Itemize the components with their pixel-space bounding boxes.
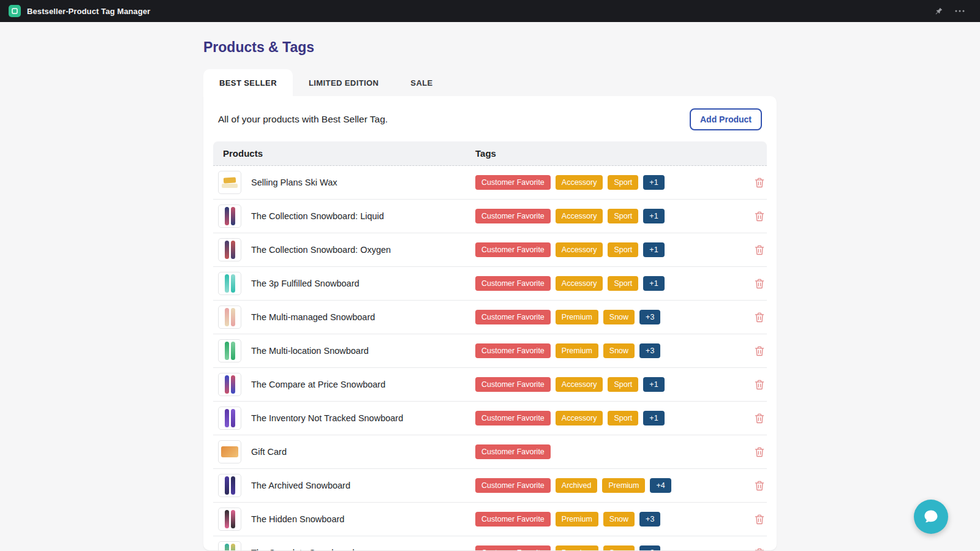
product-thumbnail	[218, 305, 241, 329]
tag-pill: Customer Favorite	[475, 310, 551, 324]
table-row: Gift CardCustomer Favorite	[213, 435, 767, 469]
delete-product-button[interactable]	[753, 479, 766, 492]
trash-icon	[753, 378, 766, 391]
main-content: Products & Tags BEST SELLERLIMITED EDITI…	[203, 22, 777, 550]
column-header-products: Products	[213, 148, 475, 159]
tag-pill: Accessory	[556, 276, 603, 291]
topbar-actions	[933, 6, 967, 17]
product-name: The Multi-managed Snowboard	[251, 312, 375, 322]
tag-pill: Customer Favorite	[475, 444, 551, 459]
tag-pill: Snow	[603, 512, 635, 527]
tag-pill: Sport	[608, 411, 638, 425]
tag-pill: Snow	[603, 343, 635, 358]
product-cell: The Inventory Not Tracked Snowboard	[213, 407, 475, 430]
tag-overflow-badge[interactable]: +3	[639, 512, 660, 527]
tag-pill: Accessory	[556, 411, 603, 425]
product-cell: The Multi-managed Snowboard	[213, 305, 475, 329]
tags-cell: Customer FavoritePremiumSnow+3	[475, 310, 740, 324]
tag-overflow-badge[interactable]: +1	[643, 276, 664, 291]
table-header: Products Tags	[213, 141, 767, 166]
delete-product-button[interactable]	[753, 446, 766, 458]
table-row: Selling Plans Ski WaxCustomer FavoriteAc…	[213, 166, 767, 200]
tag-pill: Sport	[608, 209, 638, 223]
tag-pill: Accessory	[556, 242, 603, 257]
product-cell: The Collection Snowboard: Oxygen	[213, 238, 475, 261]
product-thumbnail	[218, 339, 241, 362]
delete-product-button[interactable]	[753, 412, 766, 424]
trash-icon	[753, 547, 766, 550]
overflow-menu-icon[interactable]	[953, 8, 967, 14]
tab-description: All of your products with Best Seller Ta…	[218, 114, 388, 125]
tab-sale[interactable]: SALE	[394, 69, 448, 96]
topbar: Bestseller-Product Tag Manager	[0, 0, 980, 22]
tags-cell: Customer FavoriteArchivedPremium+4	[475, 478, 740, 493]
tag-overflow-badge[interactable]: +1	[643, 209, 664, 223]
tag-overflow-badge[interactable]: +3	[639, 310, 660, 324]
table-row: The Multi-location SnowboardCustomer Fav…	[213, 334, 767, 368]
tag-overflow-badge[interactable]: +4	[650, 478, 671, 493]
chat-widget-button[interactable]	[914, 500, 948, 534]
delete-product-button[interactable]	[753, 176, 766, 189]
product-name: The Compare at Price Snowboard	[251, 380, 385, 389]
tag-pill: Snow	[603, 545, 635, 550]
tag-overflow-badge[interactable]: +3	[639, 545, 660, 550]
delete-product-button[interactable]	[753, 311, 766, 323]
pin-icon[interactable]	[933, 6, 944, 17]
tag-pill: Customer Favorite	[475, 545, 551, 550]
product-name: The Complete Snowboard	[251, 548, 354, 550]
tab-best-seller[interactable]: BEST SELLER	[203, 69, 293, 96]
product-name: The 3p Fulfilled Snowboard	[251, 279, 360, 288]
tag-pill: Customer Favorite	[475, 209, 551, 223]
products-table: Products Tags Selling Plans Ski WaxCusto…	[213, 141, 767, 550]
tag-overflow-badge[interactable]: +3	[639, 343, 660, 358]
products-card: All of your products with Best Seller Ta…	[203, 96, 777, 550]
tag-pill: Premium	[556, 343, 598, 358]
tag-pill: Snow	[603, 310, 635, 324]
product-cell: The Hidden Snowboard	[213, 508, 475, 531]
page-title: Products & Tags	[203, 39, 777, 56]
trash-icon	[753, 412, 766, 424]
tag-pill: Customer Favorite	[475, 276, 551, 291]
delete-product-button[interactable]	[753, 277, 766, 290]
tag-pill: Sport	[608, 276, 638, 291]
product-thumbnail	[218, 440, 241, 463]
tag-overflow-badge[interactable]: +1	[643, 175, 664, 190]
product-cell: The Complete Snowboard	[213, 541, 475, 550]
tag-pill: Customer Favorite	[475, 343, 551, 358]
tag-pill: Customer Favorite	[475, 512, 551, 527]
product-name: The Multi-location Snowboard	[251, 346, 369, 356]
add-product-button[interactable]: Add Product	[690, 108, 762, 130]
trash-icon	[753, 176, 766, 189]
trash-icon	[753, 513, 766, 525]
delete-product-button[interactable]	[753, 244, 766, 256]
tag-overflow-badge[interactable]: +1	[643, 242, 664, 257]
tags-cell: Customer FavoritePremiumSnow+3	[475, 512, 740, 527]
product-thumbnail	[218, 373, 241, 396]
tag-overflow-badge[interactable]: +1	[643, 377, 664, 392]
tab-limited-edition[interactable]: LIMITED EDITION	[293, 69, 394, 96]
product-name: The Archived Snowboard	[251, 481, 350, 490]
product-cell: Selling Plans Ski Wax	[213, 171, 475, 194]
app-logo-icon	[9, 5, 21, 17]
tag-overflow-badge[interactable]: +1	[643, 411, 664, 425]
delete-product-button[interactable]	[753, 345, 766, 357]
delete-product-button[interactable]	[753, 210, 766, 222]
tags-cell: Customer FavoritePremiumSnow+3	[475, 343, 740, 358]
table-row: The Inventory Not Tracked SnowboardCusto…	[213, 402, 767, 435]
delete-product-button[interactable]	[753, 378, 766, 391]
product-name: Selling Plans Ski Wax	[251, 178, 337, 187]
tags-cell: Customer FavoriteAccessorySport+1	[475, 276, 740, 291]
tag-pill: Customer Favorite	[475, 175, 551, 190]
delete-product-button[interactable]	[753, 547, 766, 550]
product-name: The Collection Snowboard: Liquid	[251, 211, 384, 221]
product-thumbnail	[218, 407, 241, 430]
trash-icon	[753, 345, 766, 357]
column-header-tags: Tags	[475, 148, 740, 159]
app-title: Bestseller-Product Tag Manager	[27, 7, 150, 16]
chat-bubble-icon	[922, 508, 940, 525]
product-thumbnail	[218, 474, 241, 497]
delete-product-button[interactable]	[753, 513, 766, 525]
trash-icon	[753, 244, 766, 256]
table-row: The Hidden SnowboardCustomer FavoritePre…	[213, 503, 767, 536]
tags-cell: Customer FavoriteAccessorySport+1	[475, 175, 740, 190]
